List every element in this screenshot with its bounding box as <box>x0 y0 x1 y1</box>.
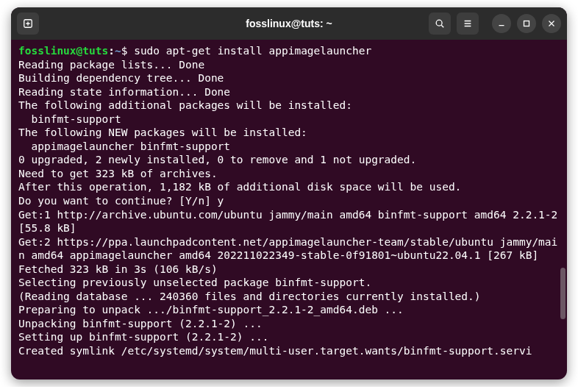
output-line: Fetched 323 kB in 3s (106 kB/s) <box>18 263 560 277</box>
output-line: 0 upgraded, 2 newly installed, 0 to remo… <box>18 153 560 167</box>
hamburger-icon <box>463 18 473 29</box>
output-line: After this operation, 1,182 kB of additi… <box>18 180 560 194</box>
prompt-path: ~ <box>115 45 121 57</box>
output-line: The following additional packages will b… <box>18 99 560 113</box>
maximize-icon <box>521 18 532 29</box>
terminal-window: fosslinux@tuts: ~ fosslinux@tuts:~$ sud <box>11 7 567 379</box>
new-tab-icon <box>23 18 33 29</box>
close-icon <box>546 18 557 29</box>
terminal-body[interactable]: fosslinux@tuts:~$ sudo apt-get install a… <box>11 40 567 379</box>
titlebar-left <box>17 13 39 35</box>
menu-button[interactable] <box>457 13 479 35</box>
output-line: Need to get 323 kB of archives. <box>18 167 560 181</box>
output-line: Reading state information... Done <box>18 85 560 99</box>
svg-point-3 <box>436 20 442 26</box>
output-line: Reading package lists... Done <box>18 58 560 72</box>
search-button[interactable] <box>429 13 451 35</box>
prompt-dollar: $ <box>121 45 134 57</box>
close-button[interactable] <box>542 14 561 33</box>
prompt-user-host: fosslinux@tuts <box>18 45 108 57</box>
output-line: Unpacking binfmt-support (2.2.1-2) ... <box>18 317 560 331</box>
output-line: (Reading database ... 240360 files and d… <box>18 290 560 304</box>
svg-rect-9 <box>524 21 529 26</box>
output-line: Preparing to unpack .../binfmt-support_2… <box>18 303 560 317</box>
output-line: Setting up binfmt-support (2.2.1-2) ... <box>18 330 560 344</box>
prompt-line: fosslinux@tuts:~$ sudo apt-get install a… <box>18 44 560 58</box>
terminal-output: Reading package lists... DoneBuilding de… <box>18 58 560 358</box>
output-line: The following NEW packages will be insta… <box>18 126 560 140</box>
output-line: Created symlink /etc/systemd/system/mult… <box>18 344 560 358</box>
output-line: Get:2 https://ppa.launchpadcontent.net/a… <box>18 235 560 263</box>
output-line: Get:1 http://archive.ubuntu.com/ubuntu j… <box>18 208 560 235</box>
titlebar: fosslinux@tuts: ~ <box>11 7 567 40</box>
prompt-colon: : <box>108 45 115 57</box>
command-text: sudo apt-get install appimagelauncher <box>134 45 371 57</box>
minimize-button[interactable] <box>492 14 511 33</box>
window-title: fosslinux@tuts: ~ <box>246 18 332 29</box>
output-line: appimagelauncher binfmt-support <box>18 140 560 154</box>
maximize-button[interactable] <box>517 14 536 33</box>
output-line: Building dependency tree... Done <box>18 71 560 85</box>
output-line: Selecting previously unselected package … <box>18 276 560 290</box>
titlebar-right <box>429 13 561 35</box>
scrollbar-thumb[interactable] <box>560 268 565 319</box>
output-line: binfmt-support <box>18 113 560 126</box>
new-tab-button[interactable] <box>17 13 39 35</box>
svg-line-4 <box>441 25 443 27</box>
minimize-icon <box>496 18 507 29</box>
output-line: Do you want to continue? [Y/n] y <box>18 194 560 208</box>
search-icon <box>435 18 445 29</box>
